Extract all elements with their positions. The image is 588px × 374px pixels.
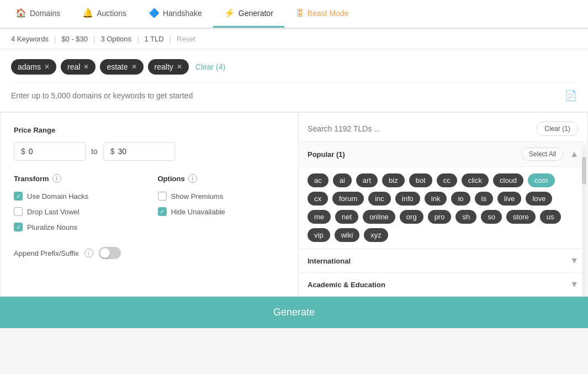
price-min-input[interactable] bbox=[29, 147, 67, 156]
tld-pill-io[interactable]: io bbox=[451, 192, 470, 206]
tab-generator[interactable]: ⚡ Generator bbox=[213, 0, 284, 28]
append-prefix-label: Append Prefix/Suffix bbox=[14, 249, 79, 257]
tld-pill-ac[interactable]: ac bbox=[308, 173, 329, 187]
tld-pill-me[interactable]: me bbox=[308, 210, 331, 224]
cb-show-premiums-label: Show Premiums bbox=[171, 192, 224, 201]
tld-search-input[interactable] bbox=[308, 124, 531, 133]
summary-bar: 4 Keywords | $0 - $30 | 3 Options | 1 TL… bbox=[0, 29, 588, 49]
cb-show-premiums[interactable] bbox=[158, 192, 167, 201]
tld-pill-bot[interactable]: bot bbox=[409, 173, 432, 187]
tab-auctions[interactable]: 🔔 Auctions bbox=[71, 0, 137, 28]
append-prefix-info-icon[interactable]: i bbox=[84, 249, 93, 257]
keyword-estate-remove[interactable]: ✕ bbox=[131, 63, 137, 71]
cb-drop-vowel[interactable] bbox=[14, 207, 23, 216]
tld-pill-cc[interactable]: cc bbox=[437, 173, 457, 187]
price-to-label: to bbox=[91, 147, 98, 156]
tld-pill-ink[interactable]: ink bbox=[425, 192, 447, 206]
tab-beast-mode[interactable]: 🎛 Beast Mode bbox=[284, 0, 360, 28]
file-upload-icon[interactable]: 📄 bbox=[565, 89, 577, 102]
tld-pill-us[interactable]: us bbox=[540, 210, 561, 224]
keyword-realty-remove[interactable]: ✕ bbox=[177, 63, 182, 71]
keyword-input[interactable] bbox=[11, 91, 565, 100]
tld-pill-forum[interactable]: forum bbox=[332, 192, 364, 206]
tld-pill-inc[interactable]: inc bbox=[368, 192, 391, 206]
cb-pluralize-label: Pluralize Nouns bbox=[27, 223, 77, 231]
tld-pill-biz[interactable]: biz bbox=[382, 173, 405, 187]
checkbox-drop-vowel[interactable]: Drop Last Vowel bbox=[14, 207, 141, 216]
tld-pill-so[interactable]: so bbox=[481, 210, 502, 224]
tld-pill-store[interactable]: store bbox=[506, 210, 536, 224]
price-range-label: Price Range bbox=[14, 126, 285, 134]
cb-domain-hacks[interactable] bbox=[14, 192, 23, 201]
cb-drop-vowel-label: Drop Last Vowel bbox=[27, 208, 80, 216]
tld-academic-title: Academic & Education bbox=[308, 281, 385, 289]
tld-pill-click[interactable]: click bbox=[462, 173, 489, 187]
options-col: Options i Show Premiums Hide Unavailable bbox=[158, 174, 285, 238]
tld-pill-is[interactable]: is bbox=[475, 192, 493, 206]
tab-handshake[interactable]: 🔷 Handshake bbox=[137, 0, 213, 28]
toggle-knob bbox=[100, 248, 110, 258]
checkbox-domain-hacks[interactable]: Use Domain Hacks bbox=[14, 192, 141, 201]
price-max-field: $ bbox=[103, 142, 175, 161]
reset-button[interactable]: Reset bbox=[177, 35, 195, 43]
transform-col: Transform i Use Domain Hacks Drop Last V… bbox=[14, 174, 141, 238]
options-header: Options i bbox=[158, 174, 285, 183]
tld-academic-section[interactable]: Academic & Education ▼ bbox=[299, 272, 587, 296]
tab-domains[interactable]: 🏠 Domains bbox=[4, 0, 71, 28]
checkbox-pluralize[interactable]: Pluralize Nouns bbox=[14, 223, 141, 231]
tab-domains-label: Domains bbox=[30, 9, 60, 18]
home-icon: 🏠 bbox=[15, 8, 27, 18]
summary-keywords: 4 Keywords bbox=[11, 35, 49, 43]
scrollbar-thumb[interactable] bbox=[582, 157, 586, 185]
tld-pill-art[interactable]: art bbox=[356, 173, 378, 187]
tld-pill-org[interactable]: org bbox=[400, 210, 423, 224]
generate-button[interactable]: Generate bbox=[0, 297, 588, 328]
academic-expand-icon[interactable]: ▼ bbox=[570, 280, 579, 289]
international-expand-icon[interactable]: ▼ bbox=[570, 256, 579, 266]
cb-hide-unavailable[interactable] bbox=[158, 207, 167, 216]
keyword-pill-realty: realty ✕ bbox=[148, 59, 189, 75]
tld-search-bar: Clear (1) bbox=[299, 113, 587, 142]
price-max-input[interactable] bbox=[118, 147, 156, 156]
handshake-icon: 🔷 bbox=[149, 8, 160, 18]
tld-pill-xyz[interactable]: xyz bbox=[364, 228, 388, 242]
tld-pill-pro[interactable]: pro bbox=[428, 210, 452, 224]
keyword-pill-estate: estate ✕ bbox=[100, 59, 143, 75]
tld-pill-live[interactable]: live bbox=[497, 192, 522, 206]
keyword-adams-text: adams bbox=[18, 62, 41, 71]
tld-pill-net[interactable]: net bbox=[335, 210, 358, 224]
cb-pluralize[interactable] bbox=[14, 223, 23, 231]
clear-all-keywords[interactable]: Clear (4) bbox=[195, 62, 225, 71]
options-info-icon[interactable]: i bbox=[188, 174, 197, 183]
tld-pill-com[interactable]: com bbox=[528, 173, 555, 187]
cb-domain-hacks-label: Use Domain Hacks bbox=[27, 192, 88, 201]
summary-price: $0 - $30 bbox=[61, 35, 88, 43]
keyword-pill-real: real ✕ bbox=[61, 59, 96, 75]
tld-pill-love[interactable]: love bbox=[526, 192, 552, 206]
tld-popular-title: Popular (1) bbox=[308, 150, 345, 159]
tld-pill-info[interactable]: info bbox=[395, 192, 420, 206]
options-label: Options bbox=[158, 175, 185, 183]
tld-international-section[interactable]: International ▼ bbox=[299, 249, 587, 272]
popular-collapse-icon[interactable]: ▲ bbox=[570, 149, 579, 159]
transform-info-icon[interactable]: i bbox=[52, 174, 61, 183]
tld-pill-online[interactable]: online bbox=[363, 210, 395, 224]
tld-pill-cx[interactable]: cx bbox=[308, 192, 328, 206]
append-prefix-toggle[interactable] bbox=[99, 247, 121, 259]
tld-pill-cloud[interactable]: cloud bbox=[493, 173, 523, 187]
tld-pill-wiki[interactable]: wiki bbox=[335, 228, 360, 242]
scrollbar-track bbox=[582, 146, 586, 296]
select-all-button[interactable]: Select All bbox=[522, 148, 563, 161]
options-row: Transform i Use Domain Hacks Drop Last V… bbox=[14, 174, 285, 238]
checkbox-hide-unavailable[interactable]: Hide Unavailable bbox=[158, 207, 285, 216]
tld-popular-header: Popular (1) Select All ▲ bbox=[299, 142, 587, 167]
keyword-estate-text: estate bbox=[107, 62, 128, 71]
nav-tabs: 🏠 Domains 🔔 Auctions 🔷 Handshake ⚡ Gener… bbox=[0, 0, 588, 28]
tld-clear-button[interactable]: Clear (1) bbox=[536, 122, 579, 136]
keyword-real-remove[interactable]: ✕ bbox=[83, 63, 89, 71]
tld-pill-sh[interactable]: sh bbox=[455, 210, 476, 224]
keyword-adams-remove[interactable]: ✕ bbox=[44, 63, 50, 71]
tld-pill-ai[interactable]: ai bbox=[333, 173, 352, 187]
tld-pill-vip[interactable]: vip bbox=[308, 228, 330, 242]
checkbox-show-premiums[interactable]: Show Premiums bbox=[158, 192, 285, 201]
